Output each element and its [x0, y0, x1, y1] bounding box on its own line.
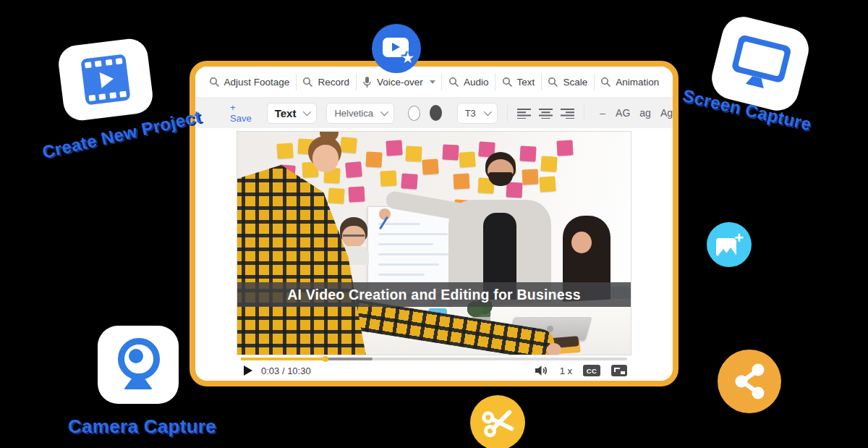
divider: [356, 73, 357, 90]
sticky-note: [365, 151, 382, 167]
format-toolbar: + Save Text Helvetica T3 – AG ag Ag: [195, 98, 673, 128]
chevron-down-icon: [380, 108, 388, 116]
share-button[interactable]: [718, 350, 781, 413]
video-frame: AI Video Creation and Editing for Busine…: [237, 131, 631, 355]
divider: [441, 73, 442, 90]
align-center-button[interactable]: [539, 108, 553, 119]
toolbar-item-label: Scale: [563, 77, 587, 88]
webcam-icon: [115, 338, 161, 392]
toolbar-item-adjust-footage[interactable]: Adjust Footage: [209, 77, 290, 88]
time-display: 0:03 / 10:30: [261, 365, 311, 376]
ai-video-button[interactable]: ★: [372, 24, 421, 73]
divider: [541, 73, 542, 90]
magnifier-icon: [548, 77, 558, 87]
text-color-swatch-outline[interactable]: [408, 106, 420, 121]
sticky-note: [459, 151, 475, 167]
magnifier-icon: [302, 77, 312, 87]
sticky-note: [328, 187, 344, 203]
image-plus-icon: +: [716, 233, 742, 256]
sticky-note: [380, 170, 396, 186]
sticky-note: [345, 161, 362, 178]
toolbar-item-label: Voice-over: [377, 77, 423, 88]
sticky-note: [276, 143, 293, 159]
font-family-value: Helvetica: [334, 108, 373, 119]
sticky-note: [386, 140, 402, 156]
sticky-note: [506, 182, 522, 198]
volume-icon[interactable]: [535, 365, 549, 376]
film-strip-icon: [80, 54, 130, 105]
toolbar-item-label: Audio: [464, 77, 489, 88]
divider: [594, 73, 595, 90]
magnifier-icon: [502, 77, 512, 87]
magnifier-icon: [209, 77, 219, 87]
sticky-note: [401, 173, 417, 189]
titlecase-button[interactable]: Ag: [660, 107, 673, 119]
video-editor-window: Adjust Footage Record Voice-over Audio T…: [190, 61, 678, 386]
camera-capture-button[interactable]: [98, 326, 179, 404]
sticky-note: [539, 176, 556, 192]
player-controls: 0:03 / 10:30 1 x CC: [241, 361, 627, 380]
sticky-note: [519, 145, 536, 161]
text-color-swatch-filled[interactable]: [430, 105, 442, 121]
toolbar-item-label: Animation: [616, 77, 659, 88]
divider: [296, 73, 297, 90]
chevron-down-icon: [303, 108, 311, 116]
uppercase-button[interactable]: AG: [616, 107, 630, 119]
magnifier-icon: [448, 77, 459, 87]
magnifier-icon: [600, 77, 610, 87]
toolbar-item-label: Text: [517, 77, 535, 88]
sticky-note: [442, 144, 459, 160]
sticky-note: [422, 159, 438, 174]
subtitle-bar: AI Video Creation and Editing for Busine…: [237, 282, 631, 307]
video-preview[interactable]: AI Video Creation and Editing for Busine…: [237, 131, 631, 380]
share-icon: [731, 363, 768, 400]
toolbar-item-label: Adjust Footage: [224, 77, 290, 88]
divider: [507, 104, 508, 122]
create-new-project-button[interactable]: [56, 37, 155, 122]
font-family-select[interactable]: Helvetica: [326, 103, 393, 124]
microphone-icon: [362, 76, 372, 88]
top-toolbar: Adjust Footage Record Voice-over Audio T…: [195, 67, 673, 98]
save-button[interactable]: + Save: [230, 102, 253, 124]
playback-speed[interactable]: 1 x: [560, 365, 572, 376]
divider: [584, 104, 584, 122]
align-left-button[interactable]: [517, 108, 531, 119]
lowercase-button[interactable]: ag: [639, 107, 651, 119]
progress-bar[interactable]: [241, 358, 627, 360]
sticky-note: [405, 145, 422, 161]
toolbar-item-text[interactable]: Text: [502, 77, 535, 88]
trim-button[interactable]: [470, 395, 525, 448]
toolbar-item-voice-over[interactable]: Voice-over: [362, 76, 435, 88]
sticky-note: [340, 137, 357, 153]
text-style-select[interactable]: Text: [267, 103, 318, 124]
video-star-icon: ★: [383, 38, 410, 59]
text-style-value: Text: [275, 107, 297, 119]
subtitle-text: AI Video Creation and Editing for Busine…: [287, 287, 581, 303]
chevron-down-icon: [430, 80, 435, 84]
text-size-value: T3: [465, 108, 476, 119]
play-button[interactable]: [244, 365, 252, 376]
closed-captions-button[interactable]: CC: [583, 365, 600, 376]
sticky-note: [540, 156, 557, 172]
progress-played: [241, 358, 326, 360]
text-size-select[interactable]: T3: [457, 103, 498, 124]
sticky-note: [348, 186, 365, 202]
scissors-icon: [479, 404, 516, 441]
page: { "editor": { "toolbar_top": { "items": …: [0, 0, 868, 448]
monitor-icon: [728, 34, 792, 93]
camera-capture-label: Camera Capture: [68, 415, 216, 438]
toolbar-item-audio[interactable]: Audio: [448, 77, 489, 88]
fullscreen-button[interactable]: [611, 365, 627, 376]
strikethrough-dash-button[interactable]: –: [600, 107, 605, 119]
toolbar-item-record[interactable]: Record: [302, 77, 349, 88]
toolbar-item-label: Record: [318, 77, 349, 88]
divider: [495, 73, 495, 90]
align-right-button[interactable]: [561, 108, 574, 119]
sticky-note: [522, 169, 538, 185]
toolbar-item-animation[interactable]: Animation: [600, 77, 659, 88]
add-image-button[interactable]: +: [707, 222, 752, 267]
chevron-down-icon: [483, 108, 491, 116]
sticky-note: [453, 173, 469, 189]
sticky-note: [556, 140, 573, 156]
toolbar-item-scale[interactable]: Scale: [548, 77, 587, 88]
